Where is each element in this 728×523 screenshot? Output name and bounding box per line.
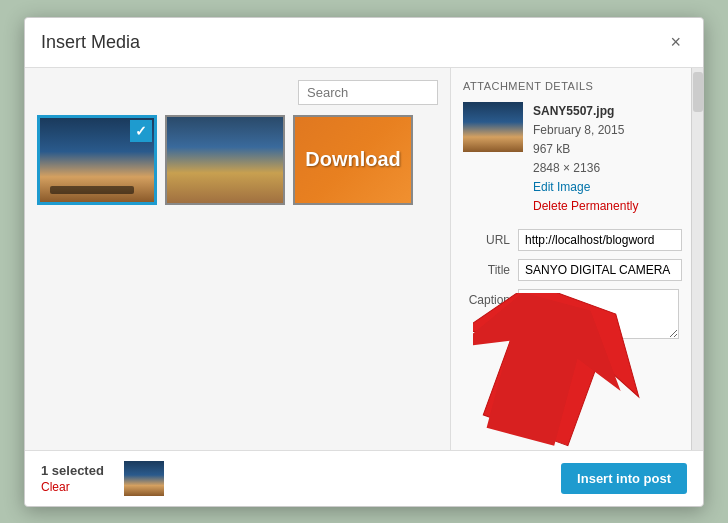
- search-bar: [37, 80, 438, 105]
- footer-left: 1 selected Clear: [41, 463, 104, 494]
- right-panel: ATTACHMENT DETAILS SANY5507.jpg February…: [451, 68, 691, 450]
- footer-thumbnail: [124, 461, 164, 496]
- scrollbar-thumb: [693, 72, 703, 112]
- url-input[interactable]: [518, 229, 682, 251]
- caption-field-row: Caption: [463, 289, 679, 339]
- attachment-details-title: ATTACHMENT DETAILS: [463, 80, 679, 92]
- search-input[interactable]: [298, 80, 438, 105]
- attachment-thumb: [463, 102, 523, 152]
- left-panel: ✓ Download: [25, 68, 451, 450]
- media-item-1[interactable]: ✓: [37, 115, 157, 205]
- download-label: Download: [305, 148, 401, 171]
- insert-into-post-button[interactable]: Insert into post: [561, 463, 687, 494]
- delete-permanently-link[interactable]: Delete Permanently: [533, 199, 638, 213]
- url-field-row: URL: [463, 229, 679, 251]
- caption-label: Caption: [463, 289, 518, 307]
- url-label: URL: [463, 229, 518, 247]
- caption-textarea[interactable]: [518, 289, 679, 339]
- attachment-preview-row: SANY5507.jpg February 8, 2015 967 kB 284…: [463, 102, 679, 217]
- selected-check: ✓: [130, 120, 152, 142]
- attachment-filename: SANY5507.jpg: [533, 102, 638, 121]
- scrollbar[interactable]: [691, 68, 703, 450]
- title-field-row: Title: [463, 259, 679, 281]
- selected-count: 1 selected: [41, 463, 104, 478]
- footer-left-group: 1 selected Clear: [41, 461, 164, 496]
- media-item-2[interactable]: [165, 115, 285, 205]
- edit-image-link[interactable]: Edit Image: [533, 180, 590, 194]
- close-button[interactable]: ×: [664, 30, 687, 55]
- attachment-meta: SANY5507.jpg February 8, 2015 967 kB 284…: [533, 102, 638, 217]
- dialog-title: Insert Media: [41, 32, 140, 53]
- title-label: Title: [463, 259, 518, 277]
- dialog-footer: 1 selected Clear Insert into post: [25, 450, 703, 506]
- dialog-body: ✓ Download ATTACHMENT DETAILS SANY5507.j…: [25, 68, 703, 450]
- clear-link[interactable]: Clear: [41, 480, 104, 494]
- beach2-thumbnail: [167, 117, 283, 203]
- attachment-dimensions: 2848 × 2136: [533, 159, 638, 178]
- attachment-filesize: 967 kB: [533, 140, 638, 159]
- insert-media-dialog: Insert Media × ✓ Download: [24, 17, 704, 507]
- download-thumbnail: Download: [295, 117, 411, 203]
- media-item-3[interactable]: Download: [293, 115, 413, 205]
- media-grid: ✓ Download: [37, 115, 438, 205]
- title-input[interactable]: [518, 259, 682, 281]
- dialog-header: Insert Media ×: [25, 18, 703, 68]
- attachment-date: February 8, 2015: [533, 121, 638, 140]
